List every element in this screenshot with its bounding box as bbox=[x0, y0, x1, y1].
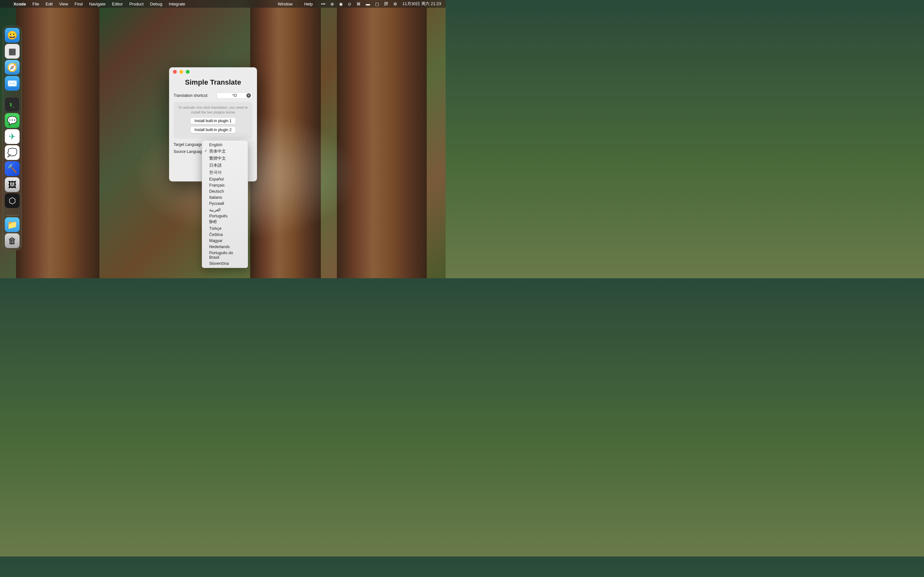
lang-option-arabic[interactable]: العربية bbox=[202, 206, 248, 213]
menu-editor[interactable]: Editor bbox=[109, 2, 126, 6]
lang-option-italian[interactable]: Italiano bbox=[202, 194, 248, 200]
lang-option-german[interactable]: Deutsch bbox=[202, 188, 248, 194]
dock-launchpad-icon[interactable]: ▦ bbox=[5, 44, 19, 59]
close-icon[interactable] bbox=[173, 70, 177, 74]
dock-wechat-icon[interactable]: 💬 bbox=[5, 113, 19, 128]
dock-xcode-icon[interactable]: 🔨 bbox=[5, 161, 19, 176]
menu-view[interactable]: View bbox=[56, 2, 71, 6]
menu-integrate[interactable]: Integrate bbox=[166, 2, 188, 6]
lang-option-french[interactable]: Français bbox=[202, 182, 248, 188]
menu-find[interactable]: Find bbox=[71, 2, 86, 6]
menu-debug[interactable]: Debug bbox=[147, 2, 166, 6]
source-language-label: Source Language bbox=[174, 149, 204, 154]
menubar: Xcode File Edit View Find Navigate Edito… bbox=[0, 0, 446, 8]
menu-file[interactable]: File bbox=[29, 2, 42, 6]
checkmark-icon: ✓ bbox=[204, 149, 207, 153]
status-more-icon[interactable]: ••• bbox=[321, 2, 326, 6]
status-control-center-icon[interactable]: ⚙ bbox=[393, 2, 397, 6]
dock-finder-icon[interactable]: 😀 bbox=[5, 28, 19, 43]
lang-option-japanese[interactable]: 日本語 bbox=[202, 162, 248, 169]
lang-option-portuguese[interactable]: Português bbox=[202, 213, 248, 219]
status-play-icon[interactable]: ⊙ bbox=[348, 2, 351, 6]
titlebar[interactable] bbox=[169, 67, 257, 76]
dock: 😀 ▦ 🧭 ✉️ $_ 💬 ✈ 💭 🔨 🖼 ⬡ 📁 🗑 bbox=[3, 26, 22, 250]
menu-help[interactable]: Help bbox=[301, 2, 316, 6]
menu-window[interactable]: Window bbox=[275, 2, 296, 6]
dock-safari-icon[interactable]: 🧭 bbox=[5, 60, 19, 75]
shortcut-input[interactable]: ^D ✕ bbox=[216, 92, 252, 99]
status-globe-icon[interactable]: ⊕ bbox=[330, 2, 334, 6]
minimize-icon[interactable] bbox=[179, 70, 183, 74]
status-datetime[interactable]: 11月30日 周六 21:23 bbox=[402, 1, 441, 7]
status-github-icon[interactable]: ◉ bbox=[339, 2, 342, 6]
lang-option-czech[interactable]: Čeština bbox=[202, 231, 248, 237]
dock-mail-icon[interactable]: ✉️ bbox=[5, 76, 19, 91]
lang-option-english[interactable]: English bbox=[202, 142, 248, 148]
lang-option-simplified-chinese[interactable]: ✓简体中文 bbox=[202, 148, 248, 155]
status-input-icon[interactable]: 拼 bbox=[384, 1, 388, 7]
lang-option-slovak[interactable]: Slovenčina bbox=[202, 260, 248, 266]
plugin-info-text: To activate one-click translation, you n… bbox=[177, 105, 249, 115]
dock-preview-icon[interactable]: 🖼 bbox=[5, 177, 19, 192]
menu-product[interactable]: Product bbox=[126, 2, 147, 6]
dock-trash-icon[interactable]: 🗑 bbox=[5, 234, 19, 248]
dock-thunderbird-icon[interactable]: ✈ bbox=[5, 129, 19, 144]
plugin-info-box: To activate one-click translation, you n… bbox=[174, 102, 252, 139]
install-plugin-1-button[interactable]: Install built-in plugin 1 bbox=[190, 117, 236, 124]
lang-option-spanish[interactable]: Español bbox=[202, 176, 248, 182]
lang-option-hungarian[interactable]: Magyar bbox=[202, 237, 248, 243]
shortcut-label: Translation shortcut: bbox=[174, 93, 208, 98]
lang-option-portuguese-brazil[interactable]: Português do Brasil bbox=[202, 250, 248, 260]
lang-option-hindi[interactable]: हिन्दी bbox=[202, 219, 248, 226]
menu-navigate[interactable]: Navigate bbox=[86, 2, 109, 6]
lang-option-turkish[interactable]: Türkçe bbox=[202, 226, 248, 231]
dock-app-icon[interactable]: ⬡ bbox=[5, 193, 19, 208]
dock-wecom-icon[interactable]: 💭 bbox=[5, 145, 19, 160]
lang-option-russian[interactable]: Русский bbox=[202, 200, 248, 206]
menu-edit[interactable]: Edit bbox=[42, 2, 56, 6]
lang-option-dutch[interactable]: Nederlands bbox=[202, 243, 248, 250]
dock-documents-icon[interactable]: 📁 bbox=[5, 218, 19, 232]
zoom-icon[interactable] bbox=[186, 70, 190, 74]
app-title: Simple Translate bbox=[169, 76, 257, 92]
lang-option-traditional-chinese[interactable]: 繁體中文 bbox=[202, 155, 248, 162]
lang-option-korean[interactable]: 한국어 bbox=[202, 169, 248, 176]
language-dropdown[interactable]: English ✓简体中文 繁體中文 日本語 한국어 Español Franç… bbox=[202, 140, 248, 268]
status-battery-icon[interactable]: ▬ bbox=[366, 2, 370, 6]
shortcut-value: ^D bbox=[232, 93, 237, 98]
install-plugin-2-button[interactable]: Install built-in plugin 2 bbox=[190, 126, 236, 133]
target-language-label: Target Language bbox=[174, 142, 202, 147]
dock-terminal-icon[interactable]: $_ bbox=[5, 97, 19, 112]
status-power-icon[interactable]: ▢ bbox=[375, 2, 379, 6]
menu-app-name[interactable]: Xcode bbox=[10, 2, 29, 6]
status-shortcut-icon[interactable]: ⌘ bbox=[357, 2, 360, 6]
clear-shortcut-icon[interactable]: ✕ bbox=[246, 93, 251, 98]
